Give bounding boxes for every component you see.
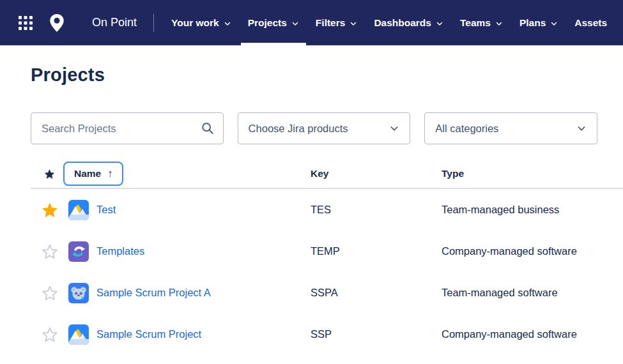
chevron-down-icon — [350, 20, 357, 27]
project-key: TEMP — [311, 245, 442, 257]
project-key: SSP — [311, 328, 442, 340]
chevron-down-icon — [224, 20, 231, 27]
table-row: Sample Scrum Project SSP Company-managed… — [31, 314, 623, 355]
project-link[interactable]: Test — [96, 204, 116, 216]
nav-item-projects[interactable]: Projects — [240, 0, 307, 45]
search-projects-input[interactable] — [31, 112, 224, 144]
chevron-down-icon — [550, 20, 558, 27]
star-icon — [42, 243, 58, 260]
nav-item-label: Teams — [460, 17, 491, 29]
favorite-star-toggle[interactable] — [41, 284, 59, 302]
sync-cycle-icon — [68, 241, 89, 262]
project-type: Team-managed business — [442, 204, 623, 216]
nav-item-label: Assets — [574, 17, 607, 29]
key-column-header: Key — [311, 168, 442, 179]
favorite-star-toggle[interactable] — [41, 201, 59, 219]
favorite-column-star-icon — [43, 168, 56, 180]
logo-button[interactable] — [49, 13, 92, 33]
nav-item-teams[interactable]: Teams — [452, 0, 511, 45]
nav-item-dashboards[interactable]: Dashboards — [365, 0, 452, 45]
project-avatar — [68, 200, 89, 220]
nav-item-assets[interactable]: Assets — [566, 0, 615, 45]
nav-item-label: Filters — [316, 17, 346, 29]
project-link[interactable]: Templates — [96, 245, 144, 257]
search-icon — [201, 121, 215, 135]
chevron-down-icon — [389, 123, 399, 133]
mountain-landscape-icon — [68, 200, 89, 220]
jira-products-dropdown[interactable]: Choose Jira products — [238, 112, 411, 144]
mountain-landscape-icon — [68, 324, 89, 345]
star-icon — [42, 285, 58, 301]
table-header-row: Name ↑ Key Type — [31, 160, 623, 189]
nav-item-filters[interactable]: Filters — [307, 0, 366, 45]
nav-divider — [153, 14, 154, 32]
table-row: Sample Scrum Project A SSPA Team-managed… — [31, 272, 623, 314]
top-navbar: On Point Your work Projects Filters Dash… — [0, 0, 623, 45]
sort-ascending-arrow-icon: ↑ — [107, 168, 112, 179]
filter-bar: Choose Jira products All categories — [31, 112, 597, 144]
chevron-down-icon — [576, 123, 587, 133]
project-avatar — [68, 241, 89, 262]
chevron-down-icon — [436, 20, 443, 27]
name-column-header: Name — [74, 168, 101, 179]
project-avatar — [68, 324, 89, 345]
app-switcher-grid-icon — [18, 15, 33, 31]
type-column-header: Type — [442, 168, 623, 179]
star-icon — [42, 202, 58, 218]
search-wrap — [31, 112, 224, 144]
project-key: SSPA — [311, 287, 442, 299]
favorite-star-toggle[interactable] — [41, 243, 59, 261]
page-title: Projects — [31, 64, 597, 86]
project-avatar — [68, 283, 89, 303]
location-pin-logo-icon — [49, 13, 65, 33]
app-name: On Point — [92, 16, 137, 29]
nav-item-label: Projects — [248, 17, 287, 29]
primary-nav: Your work Projects Filters Dashboards Te… — [163, 0, 615, 45]
chevron-down-icon — [495, 20, 503, 27]
project-key: TES — [311, 204, 442, 216]
project-type: Team-managed software — [442, 287, 623, 299]
table-row: Test TES Team-managed business — [31, 189, 623, 231]
nav-item-label: Dashboards — [374, 17, 431, 29]
categories-dropdown-value: All categories — [435, 123, 498, 135]
sort-by-name-button[interactable]: Name ↑ — [63, 162, 123, 186]
project-type: Company-managed software — [442, 328, 623, 340]
jira-products-dropdown-value: Choose Jira products — [249, 123, 348, 135]
nav-item-plans[interactable]: Plans — [511, 0, 566, 45]
table-row: Templates TEMP Company-managed software — [31, 231, 623, 272]
project-type: Company-managed software — [442, 245, 623, 257]
star-icon — [42, 326, 58, 343]
koala-face-icon — [68, 283, 89, 303]
main-content: Projects Choose Jira products All catego… — [0, 64, 623, 144]
chevron-down-icon — [291, 20, 299, 27]
favorite-star-toggle[interactable] — [41, 326, 59, 344]
project-link[interactable]: Sample Scrum Project A — [96, 287, 211, 299]
nav-item-your-work[interactable]: Your work — [163, 0, 240, 45]
app-switcher-button[interactable] — [18, 15, 49, 31]
table-body: Test TES Team-managed business Templates… — [31, 189, 623, 355]
nav-item-label: Your work — [171, 17, 219, 29]
projects-table: Name ↑ Key Type Test TES — [31, 160, 623, 355]
categories-dropdown[interactable]: All categories — [424, 112, 597, 144]
nav-item-label: Plans — [519, 17, 546, 29]
project-link[interactable]: Sample Scrum Project — [96, 328, 201, 340]
